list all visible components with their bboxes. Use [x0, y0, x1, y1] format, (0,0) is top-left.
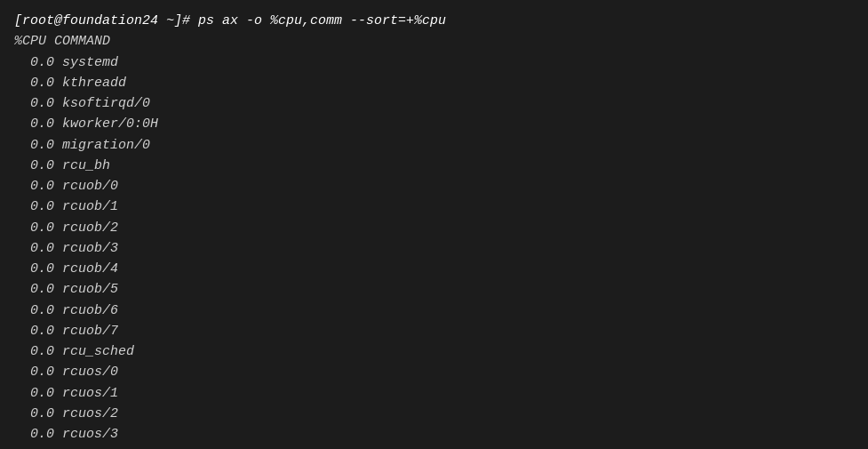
output-header: %CPU COMMAND — [14, 31, 854, 52]
output-line: 0.0 rcuob/0 — [14, 176, 854, 196]
output-line: 0.0 ksoftirqd/0 — [14, 93, 854, 114]
terminal-window: [root@foundation24 ~]# ps ax -o %cpu,com… — [0, 0, 868, 449]
output-line: 0.0 rcuos/1 — [14, 383, 854, 404]
output-line: 0.0 kthreadd — [14, 73, 854, 93]
output-line: 0.0 rcu_bh — [14, 156, 854, 176]
output-line: 0.0 migration/0 — [14, 135, 854, 156]
output-line: 0.0 rcu_sched — [14, 341, 854, 362]
command-line: [root@foundation24 ~]# ps ax -o %cpu,com… — [14, 11, 854, 31]
output-line: 0.0 rcuob/5 — [14, 279, 854, 300]
output-line: 0.0 rcuos/2 — [14, 404, 854, 424]
output-lines: 0.0 systemd 0.0 kthreadd 0.0 ksoftirqd/0… — [14, 52, 854, 445]
output-line: 0.0 systemd — [14, 52, 854, 73]
output-line: 0.0 rcuob/1 — [14, 196, 854, 217]
output-line: 0.0 rcuob/4 — [14, 259, 854, 279]
output-line: 0.0 rcuob/2 — [14, 218, 854, 238]
output-line: 0.0 rcuob/3 — [14, 238, 854, 259]
output-line: 0.0 kworker/0:0H — [14, 114, 854, 134]
output-line: 0.0 rcuos/0 — [14, 362, 854, 382]
output-line: 0.0 rcuob/7 — [14, 321, 854, 341]
output-line: 0.0 rcuob/6 — [14, 301, 854, 321]
output-line: 0.0 rcuos/3 — [14, 424, 854, 445]
